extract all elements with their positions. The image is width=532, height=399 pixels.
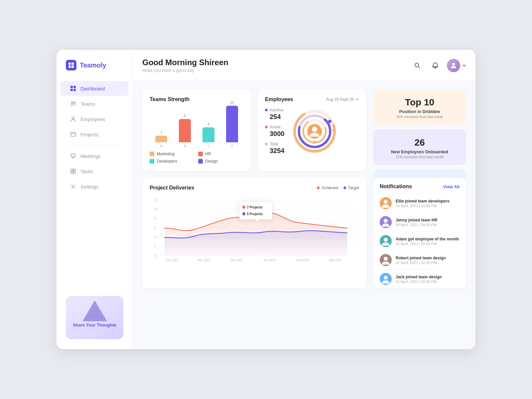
sidebar-item-tasks[interactable]: Tasks bbox=[61, 164, 129, 179]
share-triangle-icon bbox=[81, 299, 108, 324]
sidebar-item-meetings[interactable]: Meetings bbox=[61, 149, 129, 163]
dashboard-grid: Teams Strength 1 a 5 b 3 bbox=[142, 89, 466, 288]
stat-employees-label: New Employees Onboarded bbox=[380, 149, 460, 154]
bar-a bbox=[155, 136, 167, 142]
stat-top10-sub: 20% increase from last week bbox=[380, 115, 460, 119]
bar-b bbox=[179, 119, 191, 142]
chevron-down-icon bbox=[355, 97, 359, 101]
app-container: Teamoly Dashboard bbox=[57, 50, 475, 349]
sidebar-item-dashboard[interactable]: Dashboard bbox=[61, 81, 129, 96]
employees-card: Employees Aug 25-Sept 25 Inactive bbox=[258, 89, 366, 171]
employees-title: Employees bbox=[265, 96, 293, 102]
svg-point-36 bbox=[328, 120, 332, 123]
avatar bbox=[447, 59, 460, 72]
notif-time-4: 02 April, 2021 | 02:00 PM bbox=[396, 261, 460, 265]
svg-text:Feb 2022: Feb 2022 bbox=[296, 258, 309, 262]
tasks-icon bbox=[70, 168, 76, 175]
sidebar-item-projects[interactable]: Projects bbox=[61, 127, 129, 142]
notif-avatar-jack bbox=[380, 273, 392, 285]
notifications-panel: Notifications View All Ellie joined team… bbox=[373, 178, 466, 288]
legend-label-developers: Developers bbox=[157, 159, 177, 164]
sidebar-item-teams[interactable]: Teams bbox=[61, 96, 129, 111]
svg-text:10: 10 bbox=[154, 207, 158, 211]
sidebar-item-settings[interactable]: Settings bbox=[61, 179, 129, 194]
sidebar-item-employees[interactable]: Employees bbox=[61, 112, 129, 126]
svg-rect-14 bbox=[71, 172, 73, 174]
bar-chart: 1 a 5 b 3 c 10 bbox=[150, 108, 244, 148]
notif-item-5: Jack joined team design 01 April, 2021 |… bbox=[373, 269, 466, 288]
svg-rect-7 bbox=[73, 89, 76, 91]
avatar-image bbox=[447, 59, 460, 72]
search-button[interactable] bbox=[411, 59, 424, 72]
user-avatar-area[interactable] bbox=[447, 59, 466, 72]
notif-list: Ellie joined team developers 04 April, 2… bbox=[373, 194, 466, 288]
legend-achieved-label: Achieved bbox=[322, 186, 338, 190]
svg-text:Oct 2021: Oct 2021 bbox=[166, 258, 178, 262]
stat-total-label: Total bbox=[265, 142, 285, 146]
svg-point-62 bbox=[242, 212, 245, 215]
svg-rect-1 bbox=[71, 63, 74, 65]
notification-button[interactable] bbox=[429, 59, 442, 72]
stat-top10-number: Top 10 bbox=[380, 97, 460, 108]
stat-total: Total 3254 bbox=[265, 142, 285, 155]
stat-active-label: Active bbox=[265, 125, 285, 129]
svg-point-34 bbox=[312, 127, 317, 132]
greeting-subtitle: Hope you have a good day bbox=[142, 68, 228, 73]
svg-point-72 bbox=[384, 257, 388, 261]
bar-c bbox=[202, 127, 214, 142]
svg-point-60 bbox=[242, 205, 245, 209]
sidebar-item-label: Employees bbox=[80, 116, 105, 122]
deliveries-title: Project Deliveries bbox=[150, 185, 194, 191]
svg-text:12: 12 bbox=[154, 198, 158, 202]
notif-info-4: Robert joined team design 02 April, 2021… bbox=[396, 256, 460, 265]
date-badge[interactable]: Aug 25-Sept 25 bbox=[326, 97, 359, 102]
legend-target: Target bbox=[343, 186, 359, 190]
main-content: Good Morning Shireen Hope you have a goo… bbox=[133, 50, 475, 349]
notif-text-4: Robert joined team design bbox=[396, 256, 460, 260]
stat-employees-sub: 15% increase from last month bbox=[380, 155, 460, 159]
notif-info-5: Jack joined team design 01 April, 2021 |… bbox=[396, 275, 460, 284]
svg-point-35 bbox=[332, 128, 335, 132]
notif-time-2: 04 April, 2021 | 04:00 PM bbox=[396, 223, 460, 227]
sidebar-item-label: Projects bbox=[80, 132, 98, 137]
date-range: Aug 25-Sept 25 bbox=[326, 97, 354, 102]
bar-group-b: 5 b bbox=[177, 114, 194, 148]
line-chart: 12 10 8 6 4 2 0 bbox=[150, 196, 359, 263]
svg-text:Mar 2022: Mar 2022 bbox=[329, 258, 342, 262]
stat-total-value: 3254 bbox=[270, 147, 285, 155]
meetings-icon bbox=[70, 153, 76, 159]
svg-rect-4 bbox=[70, 86, 73, 88]
bar-value-a: 1 bbox=[160, 130, 162, 134]
bar-d bbox=[226, 106, 238, 142]
target-dot bbox=[343, 187, 346, 189]
stat-active: Active 3000 bbox=[265, 125, 285, 138]
stat-card-employees: 26 New Employees Onboarded 15% increase … bbox=[373, 129, 466, 165]
legend-label-hr: HR bbox=[205, 152, 211, 156]
sidebar-item-label: Teams bbox=[80, 101, 95, 107]
svg-rect-3 bbox=[71, 66, 74, 68]
notif-avatar-robert bbox=[380, 254, 392, 266]
svg-rect-11 bbox=[71, 132, 75, 136]
notif-time-3: 03 April, 2021 | 02:00 PM bbox=[396, 242, 460, 246]
stat-inactive-label: Inactive bbox=[265, 108, 285, 112]
legend-dot-marketing bbox=[150, 152, 154, 156]
bar-label-b: b bbox=[184, 144, 186, 148]
stat-inactive-value: 254 bbox=[270, 113, 285, 121]
teams-strength-card: Teams Strength 1 a 5 b 3 bbox=[142, 89, 251, 171]
svg-rect-12 bbox=[71, 169, 73, 171]
notif-time-5: 01 April, 2021 | 03:00 PM bbox=[396, 280, 460, 284]
share-thoughts-text: Share Your Thoughts bbox=[72, 323, 117, 328]
svg-rect-13 bbox=[73, 169, 75, 171]
stat-top10-label: Position in Dribbble bbox=[380, 109, 460, 114]
settings-icon bbox=[70, 183, 76, 190]
share-card[interactable]: Share Your Thoughts bbox=[66, 296, 123, 339]
sidebar-bottom: Share Your Thoughts bbox=[57, 289, 133, 339]
bar-value-d: 10 bbox=[230, 100, 234, 104]
notif-text-1: Ellie joined team developers bbox=[396, 199, 460, 203]
sidebar-item-label: Settings bbox=[80, 184, 98, 190]
view-all-button[interactable]: View All bbox=[443, 184, 460, 189]
legend-target-label: Target bbox=[348, 186, 359, 190]
bar-label-a: a bbox=[160, 144, 162, 148]
svg-point-8 bbox=[71, 102, 73, 104]
notif-info-1: Ellie joined team developers 04 April, 2… bbox=[396, 199, 460, 208]
